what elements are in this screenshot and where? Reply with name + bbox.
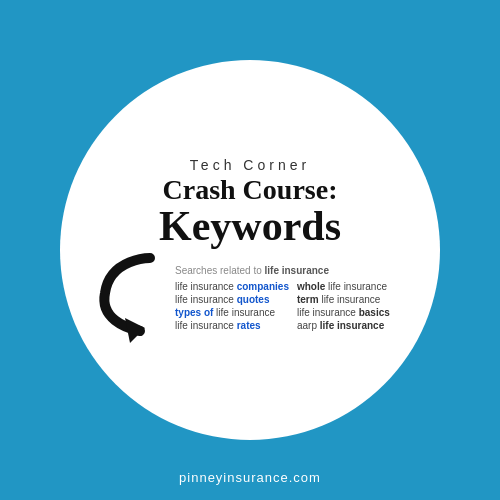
result-bold-6: term [297,294,319,305]
result-item-2: life insurance quotes [175,294,289,305]
search-topic: life insurance [265,265,329,276]
arrow-icon [95,253,165,343]
results-grid: life insurance companies whole life insu… [175,281,410,331]
result-bold-8: life insurance [320,320,384,331]
result-item-7: life insurance basics [297,307,410,318]
result-bold-4: rates [237,320,261,331]
result-item-8: aarp life insurance [297,320,410,331]
content-area: Searches related to life insurance life … [80,253,420,343]
searches-related-text: Searches related to life insurance [175,265,410,276]
svg-marker-0 [125,318,145,343]
result-bold-5: whole [297,281,325,292]
crash-course-title: Crash Course: [163,175,338,206]
tech-corner-label: Tech Corner [190,157,310,173]
footer: pinneyinsurance.com [0,468,500,486]
keywords-title: Keywords [159,205,341,247]
arrow-area [90,253,170,343]
result-bold-3: types of [175,307,213,318]
result-bold-2: quotes [237,294,270,305]
main-circle: Tech Corner Crash Course: Keywords Searc… [60,60,440,440]
result-item-6: term life insurance [297,294,410,305]
result-item-1: life insurance companies [175,281,289,292]
result-item-5: whole life insurance [297,281,410,292]
result-bold-7: basics [359,307,390,318]
result-item-3: types of life insurance [175,307,289,318]
footer-url: pinneyinsurance.com [179,470,321,485]
result-bold-1: companies [237,281,289,292]
search-results: Searches related to life insurance life … [170,265,410,331]
result-item-4: life insurance rates [175,320,289,331]
